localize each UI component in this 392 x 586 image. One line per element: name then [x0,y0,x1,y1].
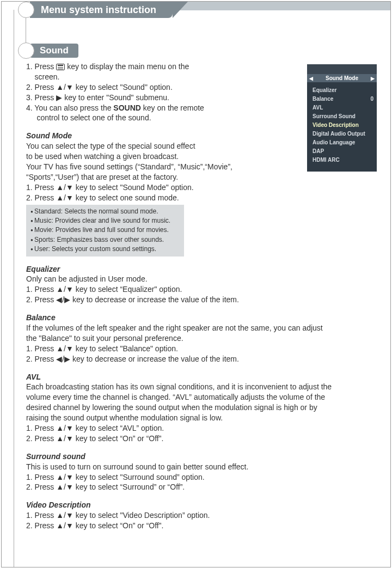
section-tab: Sound [18,42,78,59]
heading-balance: Balance [26,313,379,323]
text: 2. Press ▲/▼ key to select “On” or “Off”… [26,434,379,444]
page-title: Menu system instruction [30,2,173,18]
text: 1. Press ▲/▼ key to select “Equalizer" o… [26,284,379,295]
step-4-cont: control to select one of the sound. [26,113,379,123]
text: “Sports”,“User”) that are preset at the … [26,172,379,182]
text: 1. Press ▲/▼ key to select "Surround sou… [26,472,379,483]
mode-line: Standard: Selects the normal sound mode. [30,207,180,216]
text: desired channel by lowering the sound ou… [26,402,379,413]
mode-line: Music: Provides clear and live sound for… [30,216,180,225]
text: 2. Press ▲/▼ key to select “On” or “Off”… [26,521,379,531]
text: to be used when watching a given broadca… [26,151,379,162]
text: Each broadcasting station has its own si… [26,382,379,392]
text: Only can be adjusted in User mode. [26,274,379,284]
step-2: 2. Press ▲/▼ key to select "Sound" optio… [26,82,379,93]
text: Your TV has five sound settings (“Standa… [26,162,379,172]
heading-avl: AVL [26,372,379,382]
circle-icon [18,42,34,59]
decor-line [14,10,14,567]
heading-video-description: Video Description [26,500,379,510]
text: raising the sound output whenthe modulat… [26,413,379,423]
body-text: 1. Press key to display the main menu on… [26,62,379,531]
modes-box: Standard: Selects the normal sound mode.… [26,205,184,257]
menu-icon [56,64,65,70]
text: 2. Press ◀/▶ key to decrease or increase… [26,354,379,364]
text: If the volumes of the left speaker and t… [26,323,379,333]
step-3: 3. Press ▶ key to enter "Sound" submenu. [26,93,379,103]
section-title: Sound [30,44,78,58]
text: This is used to turn on surround sound t… [26,462,379,472]
heading-surround: Surround sound [26,451,379,462]
circle-icon [18,2,34,18]
heading-sound-mode: Sound Mode [26,131,379,141]
text: 1. Press ▲/▼ key to select “AVL” option. [26,423,379,434]
text: 2. Press ▲/▼ key to select one sound mod… [26,193,379,203]
step-4: 4. You can also press the SOUND key on t… [26,103,379,113]
page-title-tab: Menu system instruction [18,2,173,18]
mode-line: Sports: Emphasizes bass over other sound… [30,235,180,245]
heading-equalizer: Equalizer [26,264,379,274]
step-1-cont: screen. [26,72,379,82]
text: volume every time the channel is changed… [26,392,379,402]
text: 1. Press ▲/▼ key to select "Video Descri… [26,510,379,521]
mode-line: User: Selects your custom sound settings… [30,245,180,254]
mode-line: Movie: Provides live and full sound for … [30,225,180,235]
text: 2. Press ▲/▼ key to select “Surround” or… [26,482,379,492]
text: 2. Press ◀/▶ key to decrease or increase… [26,295,379,305]
text: You can select the type of the special s… [26,141,379,151]
text: the "Balance" to suit your personal pref… [26,333,379,344]
text: 1. Press ▲/▼ key to select "Sound Mode" … [26,182,379,193]
page: Menu system instruction Sound ◀ Sound Mo… [1,1,391,567]
text: 1. Press ▲/▼ key to select "Balance" opt… [26,344,379,354]
decor-strip [170,2,390,10]
step-1: 1. Press key to display the main menu on… [26,62,379,72]
